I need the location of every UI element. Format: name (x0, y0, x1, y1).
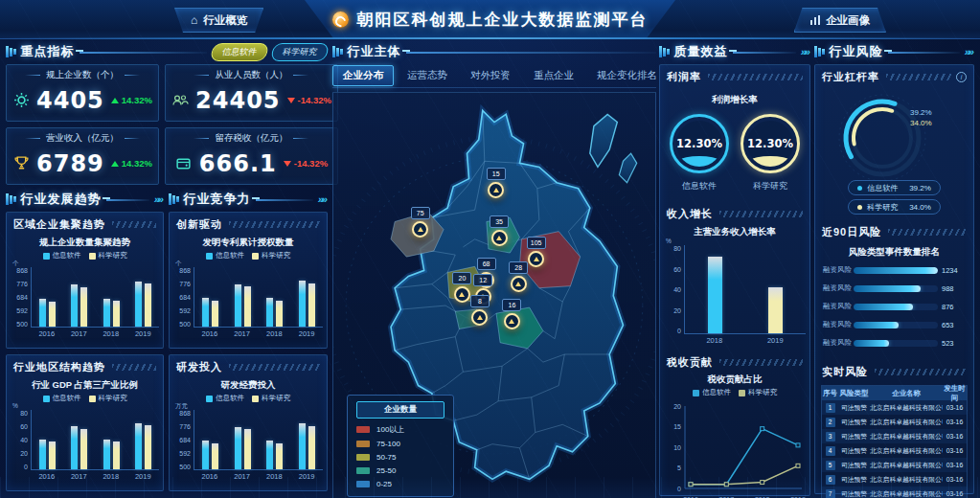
legend-item: 100以上 (356, 424, 444, 435)
pin-icon (504, 313, 520, 329)
filter-tag-research[interactable]: 科学研究 (270, 43, 330, 61)
panel-header-line (406, 52, 657, 54)
hatch-decoration (886, 74, 951, 80)
panel-icon (6, 46, 16, 57)
map-marker-105[interactable]: 105 (527, 232, 546, 267)
svg-text:10: 10 (673, 444, 681, 451)
table-row[interactable]: 6司法预警北京启科卓越科技有限公司03-16 (822, 472, 967, 487)
section-title: 研发投入 (176, 360, 222, 374)
map-marker-28[interactable]: 28 (509, 257, 528, 292)
expand-arrows-icon[interactable]: »» (154, 193, 164, 205)
gauge-plot (823, 88, 967, 186)
risk-title: 行业风险 (830, 43, 883, 60)
section-title: 行业杠杆率 (822, 70, 879, 84)
info-icon[interactable]: i (956, 72, 967, 82)
map-marker-75[interactable]: 75 (411, 202, 430, 238)
risk-table: 序号风险类型企业名称发生时间1司法预警北京启科卓越科技有限公司03-162司法预… (821, 385, 968, 498)
top-bar: 朝阳区科创规上企业大数据监测平台 ⌂ 行业概览 企业画像 (0, 0, 980, 39)
panel-icon (169, 193, 179, 205)
gear-icon (12, 92, 30, 108)
rnd-spend-chart: 研发经费投入信息软件科学研究万元868776684592500201620172… (170, 376, 327, 481)
expand-arrows-icon[interactable]: »» (801, 46, 810, 57)
stat-card: 规上企业数（个）440514.32% (6, 64, 159, 122)
hbar-row[interactable]: 融资风险988 (823, 283, 966, 293)
table-row[interactable]: 4司法预警北京启科卓越科技有限公司03-16 (822, 443, 967, 458)
stat-card: 从业人员数（人）24405-14.32% (165, 64, 338, 122)
map-marker-35[interactable]: 35 (490, 211, 509, 246)
risk-card: 行业杠杆率 i 39.2%34.0%信息软件39.2%科学研究34.0% 近90… (814, 64, 974, 494)
section-header: 利润率 (660, 65, 809, 86)
innovation-card: 创新驱动 发明专利累计授权数量信息软件科学研究个8687766845925002… (169, 212, 328, 349)
legend-pill[interactable]: 科学研究34.0% (848, 199, 941, 215)
legend-item: 75-100 (356, 440, 444, 448)
map-marker-15[interactable]: 15 (487, 163, 506, 198)
table-row[interactable]: 7司法预警北京启科卓越科技有限公司03-16 (822, 487, 967, 498)
hatch-decoration (719, 211, 803, 217)
table-row[interactable]: 5司法预警北京启科卓越科技有限公司03-16 (822, 458, 967, 472)
section-title: 创新驱动 (176, 217, 222, 232)
hbar-row[interactable]: 融资风险876 (823, 302, 966, 311)
hatch-decoration (708, 74, 803, 80)
pin-icon (454, 286, 470, 303)
quality-panel: 质量效益 »» 利润率 利润增长率 12.30%信息软件12.30%科学研究 收… (659, 42, 810, 492)
table-row[interactable]: 3司法预警北京启科卓越科技有限公司03-16 (822, 429, 967, 443)
legend-pill[interactable]: 信息软件39.2% (848, 180, 941, 195)
panel-header-line (106, 199, 149, 201)
chart-title: 规上企业数量集聚趋势 (11, 237, 159, 249)
y-axis: 868776684592500 (11, 267, 31, 328)
map-legend-items: 100以上75-10050-7525-500-25 (356, 424, 444, 488)
panel-icon (814, 46, 825, 57)
stat-card: 营业收入（亿元）678914.32% (6, 127, 159, 185)
svg-text:20: 20 (673, 403, 681, 410)
chart-title: 发明专利累计授权数量 (173, 237, 323, 249)
stat-value: 24405 (195, 87, 281, 114)
nav-industry-overview[interactable]: ⌂ 行业概览 (174, 8, 263, 33)
nav-enterprise-profile[interactable]: 企业画像 (794, 8, 887, 33)
hbar-row[interactable]: 融资风险653 (823, 320, 966, 329)
dev-trend-panel: 行业发展趋势 »» 区域企业集聚趋势 规上企业数量集聚趋势信息软件科学研究个86… (6, 190, 164, 492)
section-title: 实时风险 (822, 365, 868, 379)
page-title: 朝阳区科创规上企业大数据监测平台 (357, 9, 649, 31)
map-marker-8[interactable]: 8 (470, 290, 490, 326)
map-marker-20[interactable]: 20 (452, 267, 471, 303)
income-growth-chart: 主营业务收入增长率%80604020020182019 (660, 223, 809, 345)
expand-arrows-icon[interactable]: »» (318, 193, 328, 205)
hatch-decoration (875, 369, 967, 375)
svg-text:0: 0 (677, 486, 681, 492)
tab-1[interactable]: 企业分布 (332, 65, 394, 86)
hatch-decoration (112, 221, 156, 228)
map-marker-16[interactable]: 16 (502, 294, 521, 329)
filter-tag-software[interactable]: 信息软件 (210, 43, 269, 61)
panel-header-line (256, 199, 313, 201)
industry-body-panel: 行业主体 企业分布运营态势对外投资重点企业规企变化排名 (332, 42, 656, 492)
risk-panel: 行业风险 »» 行业杠杆率 i 39.2%34.0%信息软件39.2%科学研究3… (814, 42, 974, 492)
tab-3[interactable]: 对外投资 (461, 66, 520, 85)
x-axis: 2016201720182019 (31, 470, 159, 481)
gauge-legend: 信息软件39.2%科学研究34.0% (815, 180, 973, 220)
stat-card: 留存税收（亿元）666.1-14.32% (165, 127, 338, 185)
gauge-value-labels: 39.2%34.0% (910, 107, 932, 128)
hbar-row[interactable]: 融资风险523 (823, 338, 966, 348)
panel-icon (659, 46, 670, 57)
liquid-gauge: 12.30%信息软件 (670, 114, 729, 192)
profit-chart-title: 利润增长率 (660, 94, 809, 106)
dashboard: 朝阳区科创规上企业大数据监测平台 ⌂ 行业概览 企业画像 重点指标 信息软件 科… (0, 0, 980, 498)
hatch-decoration (229, 364, 320, 371)
quality-header: 质量效益 »» (659, 42, 810, 61)
expand-arrows-icon[interactable]: »» (965, 46, 974, 57)
tab-2[interactable]: 运营态势 (398, 66, 457, 85)
region-structure-card: 行业地区结构趋势 行业 GDP 占第三产业比例信息软件科学研究%80604020… (6, 354, 164, 491)
chart-title: 行业 GDP 占第三产业比例 (11, 379, 159, 392)
agglomeration-card: 区域企业集聚趋势 规上企业数量集聚趋势信息软件科学研究个868776684592… (6, 212, 164, 349)
table-header: 序号风险类型企业名称发生时间 (822, 386, 967, 400)
section-title: 行业地区结构趋势 (13, 360, 105, 374)
table-row[interactable]: 2司法预警北京启科卓越科技有限公司03-16 (822, 415, 967, 429)
y-axis: 868776684592500 (173, 410, 194, 470)
section-title: 区域企业集聚趋势 (13, 217, 105, 232)
tab-4[interactable]: 重点企业 (524, 66, 583, 85)
hbar-row[interactable]: 融资风险1234 (823, 265, 966, 275)
tab-5[interactable]: 规企变化排名 (587, 66, 667, 85)
svg-text:15: 15 (673, 423, 681, 430)
nav-industry-overview-label: 行业概览 (203, 13, 247, 28)
stat-label: 营业收入（亿元） (12, 132, 152, 145)
